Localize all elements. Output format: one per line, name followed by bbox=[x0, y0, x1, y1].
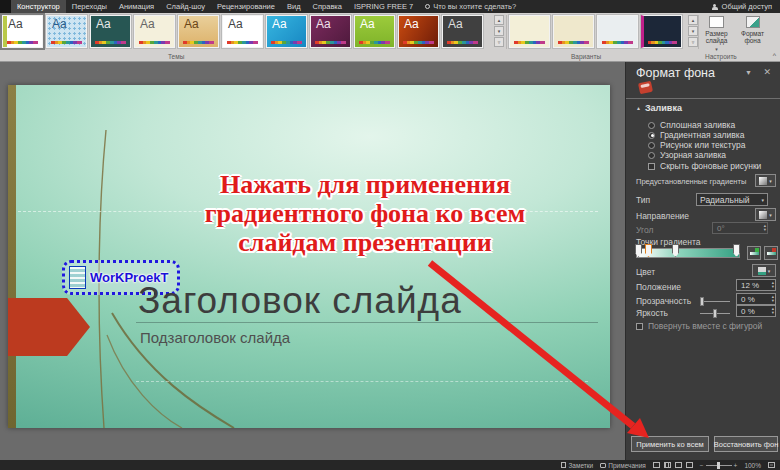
slide-title-placeholder[interactable]: Заголовок слайда bbox=[138, 280, 462, 322]
comments-button[interactable]: Примечания bbox=[600, 462, 646, 469]
reading-view-icon[interactable] bbox=[675, 462, 682, 468]
pane-title: Формат фона bbox=[636, 66, 715, 80]
theme-card[interactable]: Aa bbox=[310, 15, 351, 48]
gallery-expand-icon[interactable]: ▿ bbox=[688, 37, 698, 47]
theme-card[interactable]: Aa bbox=[398, 15, 439, 48]
theme-card[interactable]: Aa bbox=[442, 15, 483, 48]
slider-thumb[interactable] bbox=[700, 297, 704, 306]
format-background-button[interactable]: Формат фона bbox=[737, 16, 768, 53]
zoom-out-icon[interactable]: − bbox=[700, 462, 704, 469]
tab-view[interactable]: Вид bbox=[281, 0, 307, 13]
variant-palette-strip bbox=[602, 41, 633, 44]
theme-glyph: Aa bbox=[360, 17, 375, 31]
gradient-swatch-icon bbox=[759, 177, 767, 185]
gallery-expand-icon[interactable]: ▿ bbox=[494, 37, 504, 47]
theme-card[interactable]: Aa bbox=[354, 15, 395, 48]
fit-slide-icon[interactable] bbox=[768, 462, 775, 468]
transparency-slider[interactable] bbox=[700, 301, 730, 302]
variant-card[interactable] bbox=[553, 15, 594, 48]
theme-glyph: Aa bbox=[228, 17, 243, 31]
slider-thumb[interactable] bbox=[713, 309, 717, 318]
slide-sorter-icon[interactable] bbox=[664, 462, 671, 468]
brightness-spinner[interactable]: 0 % ▴▾ bbox=[736, 305, 776, 317]
theme-palette-strip bbox=[359, 41, 390, 44]
pane-tab-divider bbox=[626, 98, 780, 99]
comments-label: Примечания bbox=[608, 462, 646, 469]
preset-gradients-dropdown[interactable]: ▾ bbox=[755, 174, 776, 187]
normal-view-icon[interactable] bbox=[653, 462, 660, 468]
gallery-up-icon[interactable]: ▴ bbox=[688, 15, 698, 25]
variants-group-label: Варианты bbox=[571, 53, 601, 60]
fill-section-header[interactable]: ▲ Заливка bbox=[636, 103, 682, 113]
theme-card[interactable]: Aa bbox=[178, 15, 219, 48]
variant-card[interactable] bbox=[597, 15, 638, 48]
tab-transitions[interactable]: Переходы bbox=[66, 0, 113, 13]
theme-card[interactable]: Aa bbox=[266, 15, 307, 48]
rotate-with-shape-checkbox[interactable]: Повернуть вместе с фигурой bbox=[636, 321, 762, 331]
fill-bucket-icon[interactable] bbox=[638, 81, 653, 94]
tab-ispring[interactable]: ISPRING FREE 7 bbox=[348, 0, 419, 13]
hide-background-checkbox[interactable]: Скрыть фоновые рисунки bbox=[648, 161, 761, 171]
format-background-label: Формат фона bbox=[737, 30, 768, 44]
zoom-slider[interactable] bbox=[706, 465, 732, 466]
position-spinner[interactable]: 12 % ▴▾ bbox=[736, 279, 776, 291]
format-background-pane: Формат фона ▼ ✕ ▲ Заливка Сплошная залив… bbox=[625, 62, 780, 460]
annotation-line: Нажать для применения bbox=[148, 170, 582, 199]
reset-background-button[interactable]: Восстановить фон bbox=[714, 436, 778, 452]
close-icon[interactable]: ✕ bbox=[763, 67, 771, 77]
document-icon bbox=[69, 266, 86, 289]
pane-options-icon[interactable]: ▼ bbox=[745, 69, 752, 76]
spin-down-icon: ▾ bbox=[772, 311, 774, 315]
variant-card[interactable] bbox=[509, 15, 550, 48]
tell-me-search[interactable]: Что вы хотите сделать? bbox=[425, 2, 516, 11]
collapse-ribbon-icon[interactable]: ^ bbox=[773, 52, 776, 59]
theme-glyph: Aa bbox=[96, 17, 111, 31]
slideshow-icon[interactable] bbox=[686, 462, 693, 468]
gallery-down-icon[interactable]: ▾ bbox=[688, 26, 698, 36]
direction-dropdown[interactable]: ▾ bbox=[755, 208, 776, 221]
theme-card[interactable]: Aa bbox=[222, 15, 263, 48]
theme-card[interactable]: Aa bbox=[46, 15, 87, 48]
remove-gradient-stop-button[interactable] bbox=[764, 246, 778, 260]
radio-picture-fill[interactable]: Рисунок или текстура bbox=[648, 140, 745, 150]
theme-palette-strip bbox=[7, 41, 38, 44]
apply-to-all-button[interactable]: Применить ко всем bbox=[631, 436, 709, 452]
zoom-in-icon[interactable]: + bbox=[734, 462, 738, 469]
tab-review[interactable]: Рецензирование bbox=[211, 0, 281, 13]
notes-button[interactable]: Заметки bbox=[561, 462, 593, 469]
theme-card-current[interactable]: Aa bbox=[2, 15, 43, 48]
slide-subtitle-placeholder[interactable]: Подзаголовок слайда bbox=[140, 329, 290, 346]
radio-pattern-fill[interactable]: Узорная заливка bbox=[648, 150, 726, 160]
radio-label: Сплошная заливка bbox=[660, 120, 735, 130]
variant-card[interactable] bbox=[641, 15, 682, 48]
zoom-slider-thumb[interactable] bbox=[717, 462, 720, 469]
gallery-down-icon[interactable]: ▾ bbox=[494, 26, 504, 36]
gallery-up-icon[interactable]: ▴ bbox=[494, 15, 504, 25]
add-gradient-stop-button[interactable] bbox=[747, 246, 761, 260]
tab-design[interactable]: Конструктор bbox=[11, 0, 66, 13]
share-label: Общий доступ bbox=[722, 2, 772, 11]
app-icon[interactable] bbox=[0, 0, 11, 13]
section-triangle-icon: ▲ bbox=[636, 105, 641, 111]
transparency-value: 0 % bbox=[741, 295, 772, 304]
brightness-label: Яркость bbox=[636, 308, 668, 318]
theme-palette-strip bbox=[315, 41, 346, 44]
radio-gradient-fill[interactable]: Градиентная заливка bbox=[648, 130, 744, 140]
person-icon bbox=[712, 4, 718, 10]
transparency-spinner[interactable]: 0 % ▴▾ bbox=[736, 293, 776, 305]
gradient-type-combo[interactable]: Радиальный ▾ bbox=[696, 193, 768, 206]
theme-card[interactable]: Aa bbox=[90, 15, 131, 48]
tab-slideshow[interactable]: Слайд-шоу bbox=[160, 0, 211, 13]
radio-solid-fill[interactable]: Сплошная заливка bbox=[648, 120, 735, 130]
radio-selected-icon bbox=[648, 132, 655, 139]
theme-palette-strip bbox=[139, 41, 170, 44]
customize-group: Размер слайда ▾ Формат фона bbox=[701, 16, 768, 53]
brightness-slider[interactable] bbox=[700, 313, 730, 314]
share-button[interactable]: Общий доступ bbox=[712, 2, 772, 11]
slide-size-button[interactable]: Размер слайда ▾ bbox=[701, 16, 732, 53]
zoom-level[interactable]: 100% bbox=[744, 462, 761, 469]
theme-card[interactable]: Aa bbox=[134, 15, 175, 48]
tab-animations[interactable]: Анимация bbox=[113, 0, 160, 13]
tab-help[interactable]: Справка bbox=[307, 0, 348, 13]
color-dropdown[interactable]: ▾ bbox=[752, 264, 776, 277]
